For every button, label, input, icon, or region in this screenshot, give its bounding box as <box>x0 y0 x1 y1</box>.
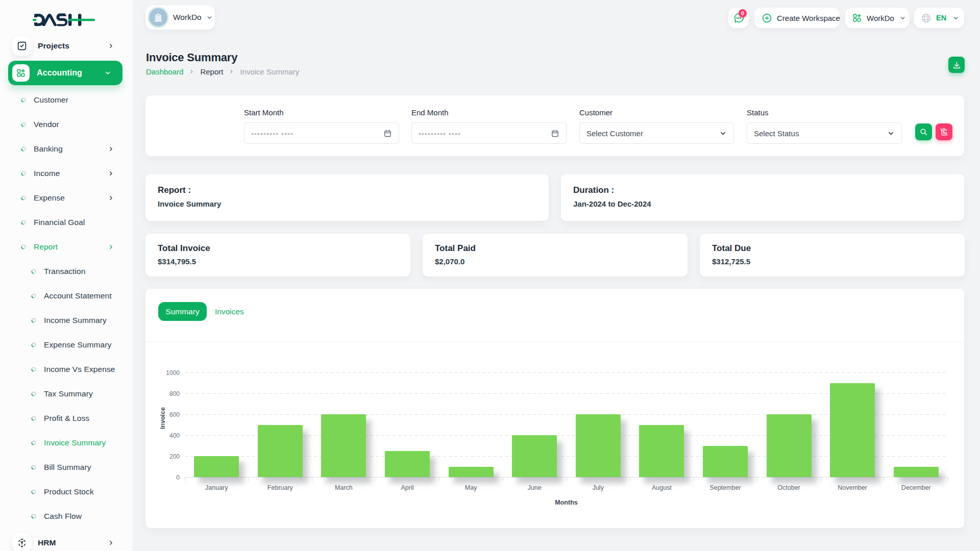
sidebar-item-label: Cash Flow <box>44 512 82 521</box>
messages-button[interactable]: 0 <box>728 8 749 28</box>
sidebar-item-account-statement[interactable]: Account Statement <box>0 286 133 306</box>
sidebar-item-profit-loss[interactable]: Profit & Loss <box>0 408 133 429</box>
total-paid-card: Total Paid $2,070.0 <box>423 234 688 277</box>
circle-bullet-icon <box>21 146 26 152</box>
sidebar-item-tax-summary[interactable]: Tax Summary <box>0 384 133 404</box>
end-month-input[interactable]: --------- ---- <box>411 122 567 144</box>
x-axis-tick-mark <box>503 478 503 481</box>
x-axis-tick-mark <box>821 478 821 481</box>
filter-card: Start Month --------- ---- End Month ---… <box>145 95 964 156</box>
sidebar-item-expense[interactable]: Expense <box>0 188 133 208</box>
bar-november[interactable] <box>830 383 875 478</box>
start-month-input[interactable]: --------- ---- <box>244 122 399 144</box>
breadcrumb-report[interactable]: Report <box>200 67 223 76</box>
x-axis-category-label: January <box>185 484 249 491</box>
workspace-chip-label: WorkDo <box>173 13 202 22</box>
sidebar-item-label: Profit & Loss <box>44 414 89 423</box>
y-axis-tick-label: 600 <box>149 411 180 418</box>
x-axis-category-label: April <box>376 484 439 491</box>
bar-april[interactable] <box>385 451 430 477</box>
download-button[interactable] <box>948 57 965 73</box>
sidebar-item-income[interactable]: Income <box>0 163 133 184</box>
circle-bullet-icon <box>31 318 36 323</box>
dash-logo[interactable] <box>33 12 98 28</box>
apply-filter-button[interactable] <box>915 123 932 140</box>
bar-september[interactable] <box>703 446 748 478</box>
workspace-menu-button[interactable]: WorkDo <box>845 8 909 28</box>
sidebar-item-banking[interactable]: Banking <box>0 139 133 159</box>
chevron-right-icon <box>108 43 114 49</box>
create-workspace-button[interactable]: Create Workspace <box>754 8 840 28</box>
circle-bullet-icon <box>21 122 26 127</box>
tab-summary[interactable]: Summary <box>158 302 207 321</box>
circle-bullet-icon <box>21 195 26 201</box>
sidebar-item-cash-flow[interactable]: Cash Flow <box>0 506 133 527</box>
bar-january[interactable] <box>194 456 239 477</box>
circle-bullet-icon <box>31 514 36 519</box>
sidebar-item-vendor[interactable]: Vendor <box>0 114 133 135</box>
bar-june[interactable] <box>512 435 557 477</box>
sidebar-item-label: Income Summary <box>44 316 107 325</box>
x-axis-category-label: September <box>694 484 757 491</box>
tab-invoices[interactable]: Invoices <box>215 307 244 316</box>
chart-plot-area: 02004006008001000JanuaryFebruaryMarchApr… <box>185 372 948 477</box>
plus-circle-icon <box>762 13 772 23</box>
bar-march[interactable] <box>321 414 366 477</box>
x-axis-tick-mark <box>757 478 757 481</box>
bar-may[interactable] <box>449 467 494 478</box>
x-axis-category-label: December <box>884 484 948 491</box>
sidebar-item-customer[interactable]: Customer <box>0 90 133 110</box>
sidebar-item-hrm[interactable]: HRM <box>0 533 133 551</box>
bar-october[interactable] <box>767 414 812 477</box>
messages-badge: 0 <box>739 9 747 17</box>
sidebar-item-label: Financial Goal <box>34 218 85 227</box>
x-axis-category-label: May <box>439 484 503 491</box>
sidebar-item-accounting[interactable]: Accounting <box>8 61 122 85</box>
start-month-label: Start Month <box>244 108 284 117</box>
sidebar-item-income-summary[interactable]: Income Summary <box>0 310 133 331</box>
tabs: Summary Invoices <box>158 302 244 321</box>
sidebar-item-report[interactable]: Report <box>0 237 133 257</box>
chevron-down-icon <box>899 15 906 21</box>
sidebar-item-label: Expense <box>34 193 65 203</box>
workspace-switcher[interactable]: WorkDo <box>145 5 215 30</box>
grid-plus-icon <box>12 64 30 82</box>
sidebar-item-expense-summary[interactable]: Expense Summary <box>0 335 133 355</box>
total-due-value: $312,725.5 <box>712 257 750 266</box>
chevron-right-icon <box>108 195 114 202</box>
sidebar-item-bill-summary[interactable]: Bill Summary <box>0 457 133 478</box>
sidebar-item-transaction[interactable]: Transaction <box>0 261 133 282</box>
chevron-right-icon <box>108 540 114 546</box>
customer-select[interactable]: Select Customer <box>579 122 734 144</box>
language-selector[interactable]: EN <box>914 8 964 28</box>
duration-card-value: Jan-2024 to Dec-2024 <box>573 199 651 208</box>
total-invoice-value: $314,795.5 <box>158 257 196 266</box>
bar-august[interactable] <box>639 425 684 478</box>
end-month-label: End Month <box>411 108 449 117</box>
x-axis-tick-mark <box>694 478 694 481</box>
sidebar-item-invoice-summary[interactable]: Invoice Summary <box>0 433 133 453</box>
sidebar-item-product-stock[interactable]: Product Stock <box>0 482 133 502</box>
circle-bullet-icon <box>21 171 26 176</box>
sidebar-item-label: Bill Summary <box>44 463 91 472</box>
invoice-bar-chart: Invoice 02004006008001000JanuaryFebruary… <box>145 342 964 528</box>
sidebar-item-projects[interactable]: Projects <box>0 36 133 56</box>
circle-bullet-icon <box>31 465 36 470</box>
sidebar-item-financial-goal[interactable]: Financial Goal <box>0 212 133 233</box>
status-select[interactable]: Select Status <box>747 122 902 144</box>
sidebar-item-label: Vendor <box>34 120 59 129</box>
bar-february[interactable] <box>258 425 303 478</box>
chevron-right-icon <box>229 69 234 74</box>
sidebar-item-income-vs-expense[interactable]: Income Vs Expense <box>0 359 133 380</box>
bar-july[interactable] <box>576 414 621 477</box>
sidebar-item-label: Banking <box>34 144 63 154</box>
breadcrumb-dashboard[interactable]: Dashboard <box>146 67 183 76</box>
duration-card-label: Duration : <box>573 185 614 195</box>
sidebar-item-label: Customer <box>34 95 68 105</box>
breadcrumb: Dashboard Report Invoice Summary <box>146 67 299 76</box>
bar-december[interactable] <box>894 467 939 478</box>
sidebar: ProjectsAccountingCustomerVendorBankingI… <box>0 0 133 551</box>
reset-filter-button[interactable] <box>936 123 952 140</box>
sidebar-item-label: Income Vs Expense <box>44 365 115 374</box>
sidebar-item-label: Projects <box>38 41 69 51</box>
